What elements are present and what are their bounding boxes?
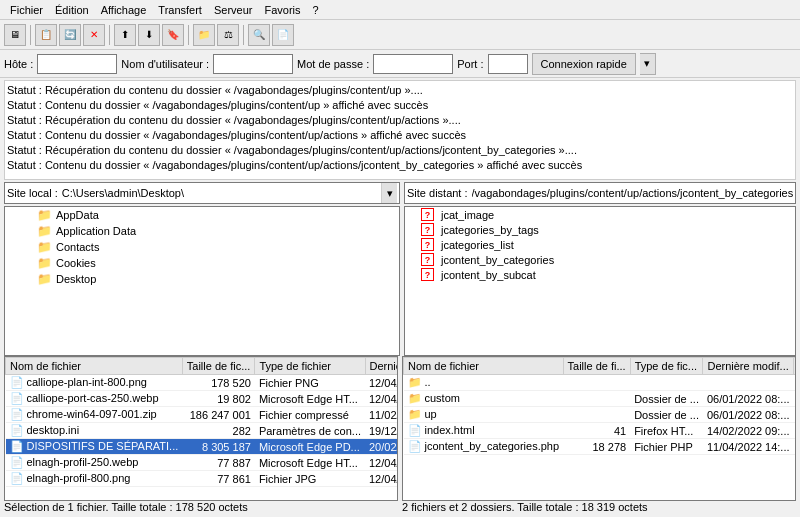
toolbar-sep-2: [109, 25, 110, 45]
remote-col-header[interactable]: Nom de fichier: [404, 358, 564, 375]
local-file-row[interactable]: 📄elnagh-profil-800.png 77 861 Fichier JP…: [6, 471, 399, 487]
remote-tree-item[interactable]: ?jcategories_by_tags: [405, 222, 795, 237]
local-col-header[interactable]: Taille de fic...: [182, 358, 255, 375]
remote-file-row[interactable]: 📁custom Dossier de ... 06/01/2022 08:...…: [404, 391, 797, 407]
remote-tree-item[interactable]: ?jcontent_by_categories: [405, 252, 795, 267]
remote-file-list: Nom de fichierTaille de fi...Type de fic…: [402, 356, 796, 501]
remote-file-tree[interactable]: ?jcat_image?jcategories_by_tags?jcategor…: [404, 206, 796, 356]
remote-file-type: Dossier de ...: [630, 407, 703, 423]
local-file-date: 12/04/2022 06:15:28: [365, 471, 398, 487]
menu-edition[interactable]: Édition: [49, 2, 95, 18]
remote-file-row[interactable]: 📁up Dossier de ... 06/01/2022 08:... 075: [404, 407, 797, 423]
local-file-type: Microsoft Edge HT...: [255, 391, 365, 407]
remote-path-bar: Site distant :: [404, 182, 796, 204]
remote-tree-item[interactable]: ?jcategories_list: [405, 237, 795, 252]
connexion-rapide-button[interactable]: Connexion rapide: [532, 53, 636, 75]
local-file-type: Paramètres de con...: [255, 423, 365, 439]
tb-log[interactable]: 📄: [272, 24, 294, 46]
local-file-size: 282: [182, 423, 255, 439]
remote-file-date: 14/02/2022 09:...: [703, 423, 794, 439]
local-col-header[interactable]: Nom de fichier: [6, 358, 183, 375]
local-file-size: 77 861: [182, 471, 255, 487]
remote-file-name: 📄index.html: [404, 423, 564, 439]
remote-tree-item-label: jcat_image: [441, 209, 494, 221]
local-path-label: Site local :: [7, 187, 58, 199]
local-tree-item[interactable]: 📁Desktop: [5, 271, 399, 287]
folder-icon: 📁: [37, 256, 52, 270]
remote-col-header[interactable]: Taille de fi...: [563, 358, 630, 375]
menu-affichage[interactable]: Affichage: [95, 2, 153, 18]
remote-col-header[interactable]: Dro: [794, 358, 796, 375]
local-files-table: Nom de fichierTaille de fic...Type de fi…: [5, 357, 398, 487]
local-file-size: 186 247 001: [182, 407, 255, 423]
local-tree-item[interactable]: 📁AppData: [5, 207, 399, 223]
local-file-name: 📄chrome-win64-097-001.zip: [6, 407, 183, 423]
local-path-dropdown[interactable]: ▾: [381, 183, 397, 203]
remote-path-input[interactable]: [472, 187, 793, 199]
remote-file-row[interactable]: 📄index.html 41 Firefox HT... 14/02/2022 …: [404, 423, 797, 439]
file-list-panes: Nom de fichierTaille de fic...Type de fi…: [4, 356, 796, 501]
remote-status-text: 2 fichiers et 2 dossiers. Taille totale …: [402, 501, 796, 517]
status-line: Statut : Contenu du dossier « /vagabonda…: [7, 128, 793, 143]
connexion-rapide-dropdown[interactable]: ▾: [640, 53, 656, 75]
local-file-list: Nom de fichierTaille de fic...Type de fi…: [4, 356, 398, 501]
remote-tree-item[interactable]: ?jcontent_by_subcat: [405, 267, 795, 282]
remote-col-header[interactable]: Type de fic...: [630, 358, 703, 375]
local-file-date: 20/02/2022 17:32:11: [365, 439, 398, 455]
question-icon: ?: [421, 238, 434, 251]
remote-file-row[interactable]: 📁..: [404, 375, 797, 391]
tb-refresh[interactable]: 🔄: [59, 24, 81, 46]
remote-file-type: Fichier PHP: [630, 439, 703, 455]
remote-tree-item-label: jcontent_by_subcat: [441, 269, 536, 281]
tb-download[interactable]: ⬇: [138, 24, 160, 46]
remote-file-name: 📄jcontent_by_categories.php: [404, 439, 564, 455]
remote-file-row[interactable]: 📄jcontent_by_categories.php 18 278 Fichi…: [404, 439, 797, 455]
tb-file-manager[interactable]: 📁: [193, 24, 215, 46]
remote-col-header[interactable]: Dernière modif...: [703, 358, 794, 375]
tb-add-bookmark[interactable]: 🔖: [162, 24, 184, 46]
local-col-header[interactable]: Type de fichier: [255, 358, 365, 375]
local-file-row[interactable]: 📄chrome-win64-097-001.zip 186 247 001 Fi…: [6, 407, 399, 423]
remote-file-date: 11/04/2022 14:...: [703, 439, 794, 455]
local-file-type: Fichier JPG: [255, 471, 365, 487]
menu-help[interactable]: ?: [307, 2, 325, 18]
menu-transfert[interactable]: Transfert: [152, 2, 208, 18]
remote-file-name: 📁..: [404, 375, 564, 391]
menu-serveur[interactable]: Serveur: [208, 2, 259, 18]
local-file-name: 📄desktop.ini: [6, 423, 183, 439]
tb-upload[interactable]: ⬆: [114, 24, 136, 46]
local-col-header[interactable]: Dernière modificat...: [365, 358, 398, 375]
local-tree-item[interactable]: 📁Cookies: [5, 255, 399, 271]
local-tree-item[interactable]: 📁Application Data: [5, 223, 399, 239]
hote-input[interactable]: [37, 54, 117, 74]
pass-input[interactable]: [373, 54, 453, 74]
tb-compare[interactable]: ⚖: [217, 24, 239, 46]
menu-favoris[interactable]: Favoris: [258, 2, 306, 18]
folder-icon: 📁: [37, 208, 52, 222]
status-area: Statut : Récupération du contenu du doss…: [4, 80, 796, 180]
tb-open-site[interactable]: 📋: [35, 24, 57, 46]
tb-search[interactable]: 🔍: [248, 24, 270, 46]
menu-fichier[interactable]: Fichier: [4, 2, 49, 18]
question-icon: ?: [421, 268, 434, 281]
local-file-row[interactable]: 📄calliope-plan-int-800.png 178 520 Fichi…: [6, 375, 399, 391]
port-input[interactable]: [488, 54, 528, 74]
user-input[interactable]: [213, 54, 293, 74]
local-tree-item[interactable]: 📁Contacts: [5, 239, 399, 255]
tb-stop[interactable]: ✕: [83, 24, 105, 46]
local-file-tree[interactable]: 📁AppData📁Application Data📁Contacts📁Cooki…: [4, 206, 400, 356]
local-path-input[interactable]: [62, 187, 381, 199]
folder-blue-icon: 📁: [37, 240, 52, 254]
local-file-row[interactable]: 📄elnagh-profil-250.webp 77 887 Microsoft…: [6, 455, 399, 471]
local-file-row[interactable]: 📄desktop.ini 282 Paramètres de con... 19…: [6, 423, 399, 439]
remote-tree-item[interactable]: ?jcat_image: [405, 207, 795, 222]
remote-files-table: Nom de fichierTaille de fi...Type de fic…: [403, 357, 796, 455]
local-file-row[interactable]: 📄DISPOSITIFS DE SÉPARATI... 8 305 187 Mi…: [6, 439, 399, 455]
status-line: Statut : Récupération du contenu du doss…: [7, 83, 793, 98]
question-icon: ?: [421, 253, 434, 266]
file-tree-panes: 📁AppData📁Application Data📁Contacts📁Cooki…: [4, 206, 796, 356]
tb-new-connection[interactable]: 🖥: [4, 24, 26, 46]
local-file-row[interactable]: 📄calliope-port-cas-250.webp 19 802 Micro…: [6, 391, 399, 407]
folder-blue-icon: 📁: [37, 272, 52, 286]
remote-file-perm: 075: [794, 391, 796, 407]
